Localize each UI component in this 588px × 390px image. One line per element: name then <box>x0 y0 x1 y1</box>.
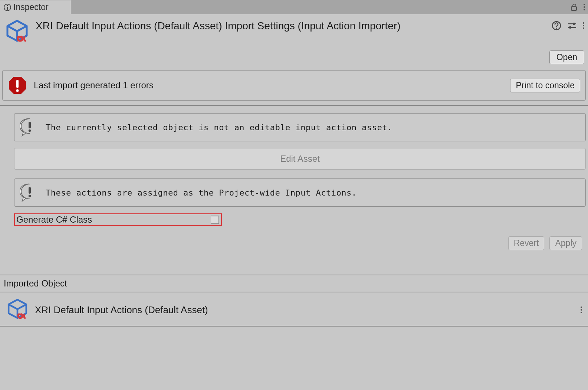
imported-object-section: Imported Object XRI Default Input Action… <box>0 275 588 327</box>
revert-button: Revert <box>508 236 545 250</box>
input-actions-asset-icon <box>5 298 30 322</box>
generate-csharp-class-row: Generate C# Class <box>14 213 222 226</box>
open-button[interactable]: Open <box>549 50 584 64</box>
svg-rect-9 <box>573 23 575 25</box>
tab-label: Inspector <box>13 2 49 12</box>
svg-point-1 <box>7 5 8 6</box>
info-bubble-icon <box>20 117 40 137</box>
info-icon <box>4 4 11 11</box>
more-icon[interactable] <box>583 22 584 29</box>
imported-asset-row: XRI Default Input Actions (Default Asset… <box>0 292 588 327</box>
project-wide-text: These actions are assigned as the Projec… <box>46 188 357 197</box>
sliders-icon[interactable] <box>567 21 577 30</box>
lock-open-icon[interactable] <box>570 3 578 11</box>
svg-point-14 <box>16 89 19 92</box>
more-icon[interactable] <box>581 307 582 313</box>
imported-object-header: Imported Object <box>0 275 588 292</box>
print-to-console-button[interactable]: Print to console <box>510 79 580 92</box>
not-editable-text: The currently selected object is not an … <box>46 123 392 132</box>
svg-rect-3 <box>571 7 576 10</box>
inspector-tab[interactable]: Inspector <box>0 0 71 14</box>
error-icon <box>8 76 27 95</box>
apply-button: Apply <box>549 236 582 250</box>
edit-asset-button: Edit Asset <box>14 148 586 170</box>
generate-csharp-class-label: Generate C# Class <box>16 214 92 225</box>
svg-rect-13 <box>16 80 19 88</box>
inspector-body: The currently selected object is not an … <box>0 106 588 255</box>
svg-point-18 <box>29 195 31 197</box>
generate-csharp-class-checkbox[interactable] <box>211 216 219 224</box>
project-wide-info-box: These actions are assigned as the Projec… <box>14 178 586 207</box>
inspector-panel: Inspector <box>0 0 588 390</box>
svg-point-7 <box>556 27 557 29</box>
imported-asset-name: XRI Default Input Actions (Default Asset… <box>35 304 575 316</box>
inspector-title: XRI Default Input Actions (Default Asset… <box>36 19 552 32</box>
more-icon[interactable] <box>584 4 585 10</box>
not-editable-info-box: The currently selected object is not an … <box>14 113 586 141</box>
tab-bar: Inspector <box>0 0 588 14</box>
info-bubble-icon <box>20 183 40 203</box>
inspector-header: XRI Default Input Actions (Default Asset… <box>0 14 588 48</box>
svg-point-16 <box>29 130 31 132</box>
svg-rect-17 <box>29 187 31 194</box>
svg-rect-2 <box>7 7 8 10</box>
import-error-text: Last import generated 1 errors <box>34 80 503 91</box>
import-error-banner: Last import generated 1 errors Print to … <box>2 70 586 101</box>
input-actions-asset-icon <box>4 19 30 45</box>
svg-rect-15 <box>29 122 31 128</box>
help-icon[interactable] <box>552 21 561 30</box>
svg-rect-11 <box>569 26 571 29</box>
